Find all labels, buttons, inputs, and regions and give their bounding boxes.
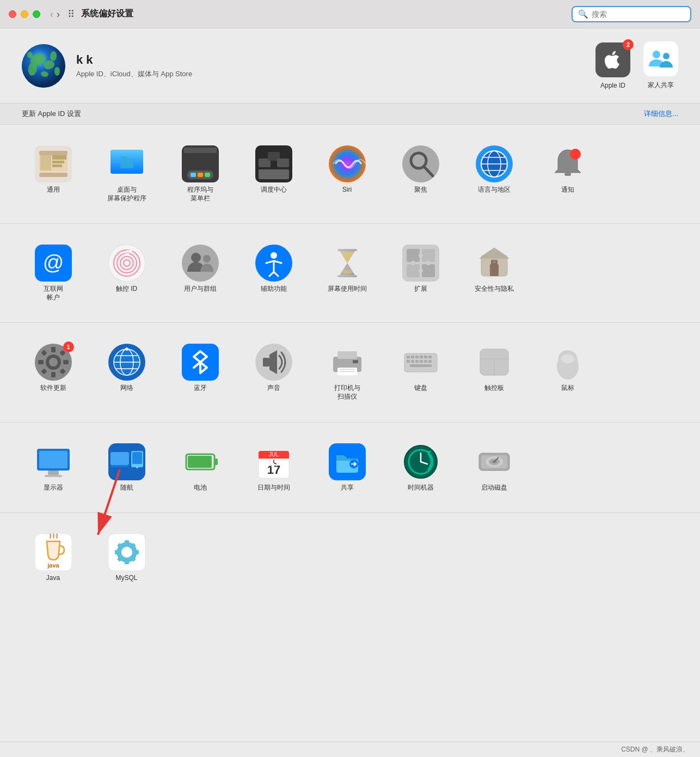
update-banner: 更新 Apple ID 设置 详细信息... <box>0 103 700 125</box>
pref-sharing[interactable]: 共享 <box>310 436 384 500</box>
pref-battery[interactable]: 电池 <box>163 436 237 500</box>
screentime-icon <box>329 245 366 282</box>
pref-java[interactable]: java Java <box>16 526 90 590</box>
pref-keyboard[interactable]: 键盘 <box>384 336 457 408</box>
minimize-button[interactable] <box>21 10 28 18</box>
apple-id-action[interactable]: 2 Apple ID <box>595 42 630 89</box>
pref-mysql[interactable]: MySQL <box>90 526 163 590</box>
pref-network[interactable]: 网络 <box>90 336 163 408</box>
svg-point-60 <box>271 252 277 259</box>
pref-extensions[interactable]: 扩展 <box>384 237 457 309</box>
svg-point-35 <box>329 145 366 182</box>
pref-mouse[interactable]: 鼠标 <box>531 336 604 408</box>
extensions-icon <box>402 245 439 282</box>
printers-icon <box>329 344 366 381</box>
datetime-icon: 17 JUL <box>255 443 292 480</box>
pref-security[interactable]: 安全性与隐私 <box>457 237 531 309</box>
accessibility-icon <box>255 245 292 282</box>
pref-displays[interactable]: 显示器 <box>16 436 90 500</box>
grid-section-2: @ 互联网 帐户 <box>0 223 700 322</box>
startup-icon <box>476 443 513 480</box>
svg-rect-82 <box>38 360 44 364</box>
grid-section-1: 通用 <box>0 125 700 223</box>
svg-point-63 <box>342 270 353 274</box>
sound-label: 声音 <box>267 384 280 393</box>
family-sharing-action[interactable]: 家人共享 <box>643 41 678 90</box>
apple-id-label: Apple ID <box>600 82 625 89</box>
pref-dock[interactable]: 程序坞与 菜单栏 <box>163 138 237 210</box>
status-bar: CSDN @ 、乘风破浪、 <box>0 742 700 757</box>
pref-desktop[interactable]: 桌面与 屏幕保护程序 <box>90 138 163 210</box>
touchid-icon <box>108 245 145 282</box>
svg-point-69 <box>419 253 423 258</box>
pref-mission[interactable]: 调度中心 <box>237 138 310 210</box>
mouse-label: 鼠标 <box>561 384 574 393</box>
pref-notifications[interactable]: 通知 <box>531 138 604 210</box>
svg-rect-133 <box>132 452 142 464</box>
pref-startup[interactable]: 启动磁盘 <box>457 436 531 500</box>
pref-screentime[interactable]: 屏幕使用时间 <box>310 237 384 309</box>
pref-bluetooth[interactable]: 蓝牙 <box>163 336 237 408</box>
svg-rect-17 <box>52 155 66 160</box>
users-icon <box>182 245 219 282</box>
svg-rect-33 <box>277 158 289 167</box>
pref-sidecar[interactable]: 随航 <box>90 436 163 500</box>
svg-point-46 <box>570 149 581 160</box>
profile-subtitle: Apple ID、iCloud、媒体与 App Store <box>76 69 192 79</box>
svg-point-72 <box>419 268 423 273</box>
maximize-button[interactable] <box>33 10 40 18</box>
pref-general[interactable]: 通用 <box>16 138 90 210</box>
family-label: 家人共享 <box>648 81 674 90</box>
svg-rect-108 <box>415 356 419 358</box>
svg-rect-166 <box>115 550 119 554</box>
pref-siri[interactable]: Siri <box>310 138 384 210</box>
accessibility-label: 辅助功能 <box>261 285 287 294</box>
back-button[interactable]: ‹ <box>50 9 53 19</box>
svg-point-56 <box>182 245 219 282</box>
software-update-label: 软件更新 <box>40 384 66 393</box>
svg-point-163 <box>121 547 132 558</box>
software-update-icon: 1 <box>35 344 72 381</box>
icons-grid-4: 显示器 随航 <box>16 436 684 500</box>
software-update-badge: 1 <box>63 341 74 352</box>
svg-rect-29 <box>205 173 210 177</box>
svg-point-134 <box>136 466 138 468</box>
pref-language[interactable]: 语言与地区 <box>457 138 531 210</box>
notifications-icon <box>549 145 586 182</box>
pref-sound[interactable]: 声音 <box>237 336 310 408</box>
svg-rect-67 <box>407 264 420 277</box>
pref-software-update[interactable]: 1 软件更新 <box>16 336 90 408</box>
svg-rect-118 <box>410 364 432 367</box>
search-input[interactable] <box>592 10 685 19</box>
pref-users[interactable]: 用户与群组 <box>163 237 237 309</box>
battery-label: 电池 <box>194 484 207 492</box>
close-button[interactable] <box>9 10 16 18</box>
timemachine-icon <box>402 443 439 480</box>
search-box[interactable]: 🔍 <box>572 6 691 22</box>
svg-rect-14 <box>39 151 67 155</box>
svg-point-94 <box>125 347 128 351</box>
pref-trackpad[interactable]: 触控板 <box>457 336 531 408</box>
pref-accessibility[interactable]: 辅助功能 <box>237 237 310 309</box>
internet-icon: @ <box>35 245 72 282</box>
svg-rect-113 <box>411 360 414 363</box>
pref-internet[interactable]: @ 互联网 帐户 <box>16 237 90 309</box>
notifications-label: 通知 <box>561 186 574 194</box>
svg-rect-106 <box>407 356 410 358</box>
svg-point-10 <box>653 51 660 58</box>
svg-rect-97 <box>263 358 269 367</box>
profile-left: k k Apple ID、iCloud、媒体与 App Store <box>22 44 192 88</box>
printers-label: 打印机与 扫描仪 <box>334 384 360 401</box>
pref-spotlight[interactable]: 聚焦 <box>384 138 457 210</box>
detail-link[interactable]: 详细信息... <box>644 109 678 119</box>
pref-touchid[interactable]: 触控 ID <box>90 237 163 309</box>
network-label: 网络 <box>120 384 133 393</box>
pref-printers[interactable]: 打印机与 扫描仪 <box>310 336 384 408</box>
svg-rect-68 <box>422 264 435 277</box>
forward-button[interactable]: › <box>57 9 60 19</box>
pref-datetime[interactable]: 17 JUL 日期与时间 <box>237 436 310 500</box>
svg-point-71 <box>426 261 431 265</box>
datetime-label: 日期与时间 <box>257 484 290 492</box>
svg-rect-54 <box>127 250 132 252</box>
pref-timemachine[interactable]: 时间机器 <box>384 436 457 500</box>
